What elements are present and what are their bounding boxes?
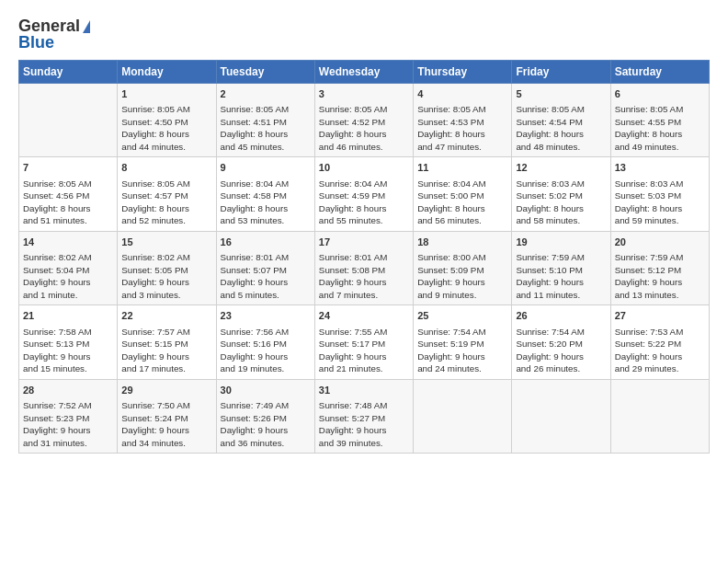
day-number: 15 [121, 236, 211, 249]
logo: General Blue [18, 17, 90, 52]
header: General Blue [18, 17, 710, 52]
week-row-1: 1Sunrise: 8:05 AMSunset: 4:50 PMDaylight… [19, 84, 710, 157]
week-row-5: 28Sunrise: 7:52 AMSunset: 5:23 PMDayligh… [19, 379, 710, 453]
cell-text: Sunset: 5:19 PM [417, 338, 507, 350]
cell-text: Sunrise: 7:53 AM [615, 326, 705, 339]
day-number: 23 [221, 309, 311, 323]
cell-text: Sunrise: 8:00 AM [417, 251, 507, 264]
cell-5-2: 29Sunrise: 7:50 AMSunset: 5:24 PMDayligh… [118, 379, 216, 453]
col-header-wednesday: Wednesday [314, 61, 413, 84]
cell-text: Sunrise: 7:50 AM [121, 399, 211, 412]
cell-text: Daylight: 8 hours [417, 128, 507, 141]
cell-text: Daylight: 8 hours [516, 128, 606, 141]
cell-1-7: 6Sunrise: 8:05 AMSunset: 4:55 PMDaylight… [610, 84, 709, 157]
day-number: 27 [615, 309, 705, 323]
cell-text: Daylight: 8 hours [319, 202, 409, 215]
cell-3-4: 17Sunrise: 8:01 AMSunset: 5:08 PMDayligh… [314, 231, 413, 304]
cell-4-7: 27Sunrise: 7:53 AMSunset: 5:22 PMDayligh… [610, 305, 709, 379]
cell-text: Sunset: 5:03 PM [615, 190, 705, 202]
cell-text: Daylight: 8 hours [121, 202, 211, 215]
day-number: 3 [319, 87, 409, 101]
cell-3-1: 14Sunrise: 8:02 AMSunset: 5:04 PMDayligh… [19, 231, 118, 304]
cell-text: Sunset: 5:12 PM [615, 264, 705, 277]
col-header-thursday: Thursday [414, 61, 512, 84]
cell-text: Sunrise: 8:04 AM [319, 178, 409, 190]
cell-text: Daylight: 9 hours [516, 276, 606, 289]
cell-text: Daylight: 9 hours [221, 350, 311, 363]
cell-text: Sunset: 4:52 PM [319, 116, 409, 129]
cell-text: and 36 minutes. [221, 437, 311, 450]
logo-icon [83, 20, 90, 33]
cell-text: and 47 minutes. [417, 141, 507, 154]
cell-text: and 56 minutes. [417, 214, 507, 227]
cell-text: Sunset: 5:13 PM [23, 338, 113, 350]
cell-5-6 [512, 379, 610, 453]
cell-4-4: 24Sunrise: 7:55 AMSunset: 5:17 PMDayligh… [314, 305, 413, 379]
cell-text: and 11 minutes. [516, 289, 606, 302]
cell-text: Sunset: 4:58 PM [221, 190, 311, 202]
cell-text: Daylight: 9 hours [23, 424, 113, 437]
cell-text: and 3 minutes. [121, 289, 211, 302]
cell-text: Sunrise: 8:05 AM [23, 178, 113, 190]
cell-text: Sunrise: 8:05 AM [417, 103, 507, 116]
day-number: 31 [319, 384, 409, 397]
day-number: 29 [121, 384, 211, 397]
day-number: 5 [516, 87, 606, 101]
cell-text: and 52 minutes. [121, 214, 211, 227]
day-number: 1 [121, 87, 211, 101]
cell-3-7: 20Sunrise: 7:59 AMSunset: 5:12 PMDayligh… [610, 231, 709, 304]
cell-text: Sunrise: 8:02 AM [121, 251, 211, 264]
cell-2-1: 7Sunrise: 8:05 AMSunset: 4:56 PMDaylight… [19, 157, 118, 231]
cell-text: Sunrise: 8:02 AM [23, 251, 113, 264]
cell-text: Daylight: 9 hours [23, 276, 113, 289]
page: General Blue SundayMondayTuesdayWednesda… [0, 0, 728, 563]
cell-text: and 29 minutes. [615, 362, 705, 375]
cell-4-6: 26Sunrise: 7:54 AMSunset: 5:20 PMDayligh… [512, 305, 610, 379]
cell-text: and 9 minutes. [417, 289, 507, 302]
cell-text: Daylight: 8 hours [319, 128, 409, 141]
cell-text: Sunset: 5:15 PM [121, 338, 211, 350]
day-number: 4 [417, 87, 507, 101]
cell-3-3: 16Sunrise: 8:01 AMSunset: 5:07 PMDayligh… [216, 231, 314, 304]
cell-text: Sunrise: 7:54 AM [417, 326, 507, 339]
cell-text: Sunset: 5:24 PM [121, 412, 211, 425]
cell-text: Sunrise: 8:04 AM [221, 178, 311, 190]
cell-text: Sunrise: 7:56 AM [221, 326, 311, 339]
cell-text: and 39 minutes. [319, 437, 409, 450]
cell-text: Daylight: 9 hours [417, 350, 507, 363]
cell-text: Sunrise: 8:05 AM [319, 103, 409, 116]
cell-2-4: 10Sunrise: 8:04 AMSunset: 4:59 PMDayligh… [314, 157, 413, 231]
cell-1-1 [19, 84, 118, 157]
cell-text: Sunset: 5:17 PM [319, 338, 409, 350]
cell-text: Sunrise: 8:05 AM [516, 103, 606, 116]
cell-text: and 49 minutes. [615, 141, 705, 154]
cell-text: and 21 minutes. [319, 362, 409, 375]
cell-4-2: 22Sunrise: 7:57 AMSunset: 5:15 PMDayligh… [118, 305, 216, 379]
cell-text: Daylight: 8 hours [221, 202, 311, 215]
cell-text: and 48 minutes. [516, 141, 606, 154]
day-number: 22 [121, 309, 211, 323]
cell-text: and 34 minutes. [121, 437, 211, 450]
day-number: 10 [319, 161, 409, 175]
cell-text: Sunrise: 7:52 AM [23, 399, 113, 412]
cell-text: Daylight: 9 hours [319, 424, 409, 437]
cell-text: Daylight: 8 hours [615, 128, 705, 141]
cell-text: and 13 minutes. [615, 289, 705, 302]
cell-text: Daylight: 8 hours [221, 128, 311, 141]
day-number: 2 [221, 87, 311, 101]
cell-text: Sunrise: 8:05 AM [121, 103, 211, 116]
day-number: 11 [417, 161, 507, 175]
day-number: 20 [615, 236, 705, 249]
day-number: 7 [23, 161, 113, 175]
cell-text: Daylight: 9 hours [417, 276, 507, 289]
day-number: 30 [221, 384, 311, 397]
cell-text: Sunset: 5:04 PM [23, 264, 113, 277]
cell-text: Sunset: 5:23 PM [23, 412, 113, 425]
cell-text: Daylight: 9 hours [615, 276, 705, 289]
day-number: 13 [615, 161, 705, 175]
cell-text: Sunrise: 8:01 AM [319, 251, 409, 264]
day-number: 14 [23, 236, 113, 249]
cell-text: Sunset: 4:53 PM [417, 116, 507, 129]
cell-text: and 19 minutes. [221, 362, 311, 375]
cell-text: Sunset: 5:08 PM [319, 264, 409, 277]
